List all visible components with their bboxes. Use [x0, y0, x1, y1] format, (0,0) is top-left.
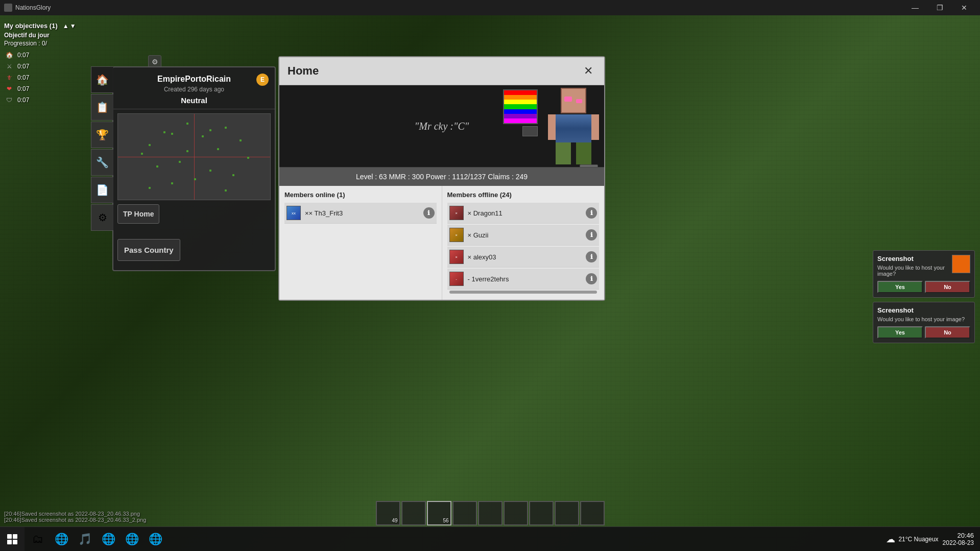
screenshot-thumb-1 [952, 255, 970, 273]
hotbar-slot-3[interactable] [452, 501, 477, 525]
stat-icon-2: 🗡 [4, 73, 14, 83]
nation-stats: Level : 63 MMR : 300 Power : 1112/1237 C… [356, 173, 528, 181]
window-close-button[interactable]: ✕ [952, 0, 976, 15]
member-row-offline-0: × × Dragon11 ℹ [447, 203, 600, 224]
member-info-btn-1verre[interactable]: ℹ [586, 273, 597, 284]
hotbar-count-2: 56 [443, 518, 448, 523]
hotbar-slot-2[interactable]: 56 [427, 501, 451, 525]
banner-text: "Mr cky :"C" [415, 121, 469, 132]
members-online-col: Members online (1) xx ×× Th3_Frit3 ℹ [279, 186, 442, 300]
sidebar-tab-settings[interactable]: ⚙ [91, 204, 113, 231]
member-name-dragon11: × Dragon11 [468, 209, 582, 217]
hotbar-slot-6[interactable] [529, 501, 554, 525]
sidebar-tabs: 🏠 📋 🏆 🔧 📄 ⚙ [91, 66, 113, 231]
tp-home-button[interactable]: TP Home [117, 204, 159, 224]
chat-log: [20:46]Saved screenshot as 2022-08-23_20… [4, 511, 146, 523]
hotbar-count-0: 49 [392, 518, 397, 523]
objectives-bar: My objectives (1) ▲ ▼ [4, 22, 108, 30]
stat-value-3: 0:07 [17, 85, 29, 92]
nation-name: EmpirePortoRicain [118, 75, 270, 84]
taskbar-app-browser2[interactable]: 🌐 [97, 528, 119, 550]
dialog-header: Home ✕ [279, 57, 604, 85]
hotbar-slot-8[interactable] [580, 501, 605, 525]
member-row-offline-3: - - 1verre2tehrs ℹ [447, 269, 600, 290]
screenshot-no-1[interactable]: No [925, 281, 970, 293]
taskbar-app-edge[interactable]: 🌐 [50, 528, 73, 550]
minimize-button[interactable]: — [903, 0, 927, 15]
map-grid-vertical [194, 114, 195, 200]
nation-panel: EmpirePortoRicain Created 296 days ago E… [112, 66, 276, 271]
screenshot-subtitle-2: Would you like to host your image? [877, 316, 970, 322]
sidebar-tab-home[interactable]: 🏠 [91, 66, 113, 93]
stat-icon-1: ⚔ [4, 61, 14, 71]
stat-value-4: 0:07 [17, 97, 29, 104]
nation-badge: E [256, 74, 269, 86]
weather-text: 21°C Nuageux [898, 536, 938, 543]
nation-flag-mini [522, 126, 538, 136]
nation-created: Created 296 days ago [118, 86, 270, 93]
member-row-offline-2: × × alexy03 ℹ [447, 247, 600, 268]
nation-header: EmpirePortoRicain Created 296 days ago E… [113, 67, 275, 109]
objectives-up[interactable]: ▲ [63, 22, 69, 30]
sidebar-tab-tools[interactable]: 🔧 [91, 149, 113, 176]
member-name-alexy03: × alexy03 [468, 253, 582, 261]
pass-country-button[interactable]: Pass Country [117, 239, 180, 261]
weather-icon: ☁ [886, 534, 895, 545]
dialog-close-button[interactable]: ✕ [581, 63, 596, 79]
hotbar-slot-5[interactable] [504, 501, 528, 525]
members-scroll-bar[interactable] [449, 291, 597, 294]
sidebar-tab-trophy[interactable]: 🏆 [91, 122, 113, 148]
minecraft-character [548, 88, 599, 164]
member-info-btn-th3[interactable]: ℹ [423, 207, 435, 219]
taskbar-app-explorer[interactable]: 🗂 [27, 528, 49, 550]
nation-map [117, 113, 271, 200]
mc-head [561, 88, 586, 113]
hotbar-slot-1[interactable] [401, 501, 426, 525]
app-icon [4, 4, 12, 12]
dialog-title: Home [288, 64, 319, 78]
taskbar: 🗂 🌐 🎵 🌐 🌐 🌐 ☁ 21°C Nuageux 20:46 2022-08… [0, 526, 980, 551]
objectives-down[interactable]: ▼ [70, 22, 76, 30]
hotbar: 49 56 [376, 501, 605, 525]
stat-icon-4: 🛡 [4, 95, 14, 105]
nation-status: Neutral [118, 96, 270, 105]
members-offline-col: Members offline (24) × × Dragon11 ℹ × × … [442, 186, 605, 300]
home-banner: "Mr cky :"C" [279, 85, 604, 167]
member-info-btn-guzii[interactable]: ℹ [586, 229, 597, 241]
date-display: 2022-08-23 [943, 539, 974, 546]
taskbar-app-browser4[interactable]: 🌐 [144, 528, 166, 550]
hotbar-slot-7[interactable] [555, 501, 579, 525]
taskbar-app-browser3[interactable]: 🌐 [121, 528, 143, 550]
screenshot-buttons-2: Yes No [877, 326, 970, 339]
hotbar-slot-0[interactable]: 49 [376, 501, 400, 525]
mc-body [556, 114, 591, 142]
chat-line-1: [20:46]Saved screenshot as 2022-08-23_20… [4, 511, 146, 517]
members-online-title: Members online (1) [284, 191, 437, 199]
members-section: Members online (1) xx ×× Th3_Frit3 ℹ Mem… [279, 186, 604, 300]
hotbar-slot-4[interactable] [478, 501, 503, 525]
taskbar-app-spotify[interactable]: 🎵 [74, 528, 96, 550]
title-bar: NationsGlory — ❐ ✕ [0, 0, 980, 15]
screenshot-yes-1[interactable]: Yes [877, 281, 923, 293]
screenshot-panel: Screenshot Would you like to host your i… [873, 250, 975, 347]
sidebar-tab-list[interactable]: 📋 [91, 94, 113, 121]
mc-right-leg [576, 142, 591, 164]
sidebar-tab-doc[interactable]: 📄 [91, 177, 113, 203]
member-info-btn-dragon11[interactable]: ℹ [586, 207, 597, 219]
weather-info: ☁ 21°C Nuageux [886, 534, 938, 545]
window-title: NationsGlory [15, 4, 51, 11]
mc-left-arm [548, 114, 556, 140]
member-info-btn-alexy03[interactable]: ℹ [586, 251, 597, 262]
progression-label: Progression : 0/ [4, 40, 108, 47]
mc-left-leg [556, 142, 571, 164]
screenshot-no-2[interactable]: No [925, 326, 970, 339]
member-name-th3: ×× Th3_Frit3 [305, 209, 419, 217]
member-avatar-dragon11: × [449, 206, 464, 220]
chat-line-2: [20:46]Saved screenshot as 2022-08-23_20… [4, 517, 146, 523]
screenshot-yes-2[interactable]: Yes [877, 326, 923, 339]
maximize-button[interactable]: ❐ [928, 0, 951, 15]
nation-flag [503, 89, 538, 124]
start-button[interactable] [0, 527, 25, 552]
home-dialog: Home ✕ "Mr cky :"C" Level : 63 MMR : 300 [278, 56, 605, 301]
window-controls: — ❐ ✕ [903, 0, 976, 15]
